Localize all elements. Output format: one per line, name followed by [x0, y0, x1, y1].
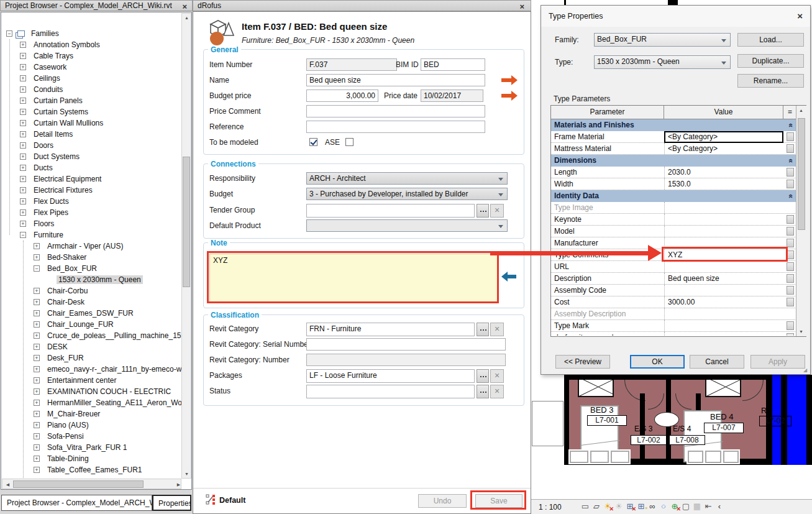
expand-icon[interactable]: +	[34, 467, 40, 473]
revit-category-input[interactable]: FRN - Furniture	[306, 323, 475, 336]
ase-checkbox[interactable]	[345, 138, 354, 146]
preview-button[interactable]: << Preview	[555, 355, 610, 369]
close-icon[interactable]: ×	[519, 1, 524, 12]
undo-button[interactable]: Undo	[418, 494, 467, 508]
room-tag[interactable]: L7-002	[631, 435, 667, 445]
tree-item-label[interactable]: Sofa-Pensi	[47, 432, 84, 441]
tree-item[interactable]: −Families	[2, 28, 181, 39]
tree-item-label[interactable]: Chair_Lounge_FUR	[47, 320, 114, 329]
tree-item[interactable]: +Ceilings	[2, 73, 181, 84]
expand-icon[interactable]: +	[20, 86, 26, 93]
parameter-value[interactable]: Bed queen size	[664, 273, 783, 284]
tree-item[interactable]: +Flex Pipes	[2, 207, 181, 218]
expand-icon[interactable]: +	[20, 142, 26, 149]
price-comment-input[interactable]	[306, 105, 485, 117]
parameter-value[interactable]	[664, 202, 783, 213]
expand-icon[interactable]: +	[34, 366, 40, 372]
browse-button[interactable]	[477, 385, 489, 398]
load-button[interactable]: Load...	[737, 33, 804, 47]
tree-item[interactable]: +M_Chair-Breuer	[2, 408, 181, 420]
tree-item-label[interactable]: Families	[31, 29, 59, 38]
associate-parameter-button[interactable]	[787, 321, 794, 330]
parameter-value[interactable]	[664, 320, 783, 331]
tree-item[interactable]: +Table_Dining Round w Chairs_FUR1	[2, 475, 181, 478]
cancel-button[interactable]: Cancel	[690, 355, 744, 369]
tree-item-label[interactable]: Sofa_Vitra_Park_FUR 1	[47, 443, 127, 452]
browse-button[interactable]	[477, 323, 489, 336]
floor-plan[interactable]: RISE L7-02 BED 3 L7-001 E/S 3 L7-002 E/S…	[531, 375, 812, 499]
tree-item[interactable]: +Floors	[2, 218, 181, 229]
tree-item-label[interactable]: Cruce_de_poleas__Pulling_machine_15500	[47, 331, 181, 340]
tree-item[interactable]: +Sofa_Vitra_Park_FUR 1	[2, 442, 181, 453]
scale-label[interactable]: 1 : 100	[539, 503, 562, 512]
associate-parameter-button[interactable]	[787, 333, 794, 336]
dialog-titlebar[interactable]: Type Properties ×	[541, 6, 810, 27]
parameter-value[interactable]	[664, 214, 783, 225]
expand-icon[interactable]: +	[20, 221, 26, 227]
parameter-group-header[interactable]: Dimensions«	[551, 155, 796, 167]
tree-item-label[interactable]: Doors	[34, 141, 53, 150]
expand-icon[interactable]: +	[20, 165, 26, 171]
tree-item[interactable]: +Piano (AUS)	[2, 420, 181, 431]
tree-item-label[interactable]: Duct Systems	[34, 152, 80, 161]
tab-properties[interactable]: Properties	[152, 495, 191, 511]
clear-icon[interactable]: ×	[490, 369, 504, 383]
expand-icon[interactable]: +	[20, 187, 26, 193]
project-browser-titlebar[interactable]: Project Browser - Complex_Model_ARCH_Wik…	[0, 0, 193, 11]
chevron-left-icon[interactable]: ‹	[714, 502, 725, 511]
expand-icon[interactable]: +	[20, 109, 26, 115]
shadows-icon[interactable]: ☀	[613, 502, 624, 511]
parameter-value[interactable]	[664, 285, 783, 296]
detail-level-icon[interactable]: ▭	[580, 502, 591, 511]
responsibility-select[interactable]: ARCH - Architect	[306, 172, 508, 185]
parameter-row[interactable]: Keynote	[551, 214, 796, 226]
tree-item[interactable]: +Armchair - Viper (AUS)	[2, 241, 181, 252]
tree-item[interactable]: +Table-Dining	[2, 453, 181, 464]
tree-item[interactable]: +Electrical Fixtures	[2, 185, 181, 196]
tree-item[interactable]: −Bed_Box_FUR	[2, 263, 181, 274]
parameter-value[interactable]: 2030.0	[664, 167, 783, 178]
tree-item[interactable]: +Curtain Panels	[2, 95, 181, 106]
expand-icon[interactable]: +	[34, 299, 40, 305]
expand-icon[interactable]: +	[34, 310, 40, 316]
tender-group-input[interactable]	[306, 204, 475, 218]
associate-parameter-button[interactable]	[787, 215, 794, 224]
tree-item[interactable]: +Annotation Symbols	[2, 39, 181, 50]
associate-parameter-button[interactable]	[787, 180, 794, 188]
expand-icon[interactable]: +	[34, 243, 40, 249]
collapse-icon[interactable]: −	[6, 30, 12, 37]
reveal-hidden-icon[interactable]: ∞	[647, 502, 658, 511]
tree-item-label[interactable]: Detail Items	[34, 130, 73, 139]
expand-icon[interactable]: +	[34, 344, 40, 350]
tree-item[interactable]: +Duct Systems	[2, 151, 181, 162]
room-tag[interactable]: L7-008	[669, 435, 705, 445]
tree-item[interactable]: +Chair_Lounge_FUR	[2, 319, 181, 330]
expand-icon[interactable]: +	[34, 456, 40, 462]
tree-item-label[interactable]: M_Chair-Breuer	[47, 410, 100, 418]
tree-item[interactable]: +Bed-Shaker	[2, 252, 181, 263]
close-icon[interactable]: ×	[797, 11, 803, 21]
tree-item[interactable]: +Curtain Wall Mullions	[2, 117, 181, 129]
room-name[interactable]: E/S 3	[634, 425, 652, 433]
expand-icon[interactable]: +	[20, 176, 26, 182]
clear-icon[interactable]: ×	[490, 385, 504, 398]
budget-price-input[interactable]: 3,000.00	[306, 89, 378, 102]
parameter-row[interactable]: Length2030.0	[551, 167, 796, 178]
scrollbar-thumb[interactable]	[183, 157, 190, 287]
constraints-icon[interactable]: ▢	[680, 502, 691, 511]
parameter-row[interactable]: Model	[551, 226, 796, 237]
scroll-down-icon[interactable]: ▼	[182, 472, 191, 476]
packages-input[interactable]: LF - Loose Furniture	[306, 369, 475, 383]
tree-item[interactable]: +Ducts	[2, 162, 181, 173]
tree-horizontal-scrollbar[interactable]: ◀ ▶	[2, 479, 181, 489]
ok-button[interactable]: OK	[630, 355, 685, 369]
browse-button[interactable]	[477, 204, 489, 218]
parameter-row[interactable]: Width1530.0	[551, 178, 796, 190]
parameter-row[interactable]: Mattress Material<By Category>	[551, 143, 796, 155]
scroll-right-icon[interactable]: ▶	[174, 482, 183, 487]
tab-project-browser[interactable]: Project Browser - Complex_Model_ARCH_Wi.…	[1, 495, 152, 511]
parameter-value[interactable]	[664, 332, 783, 336]
tree-item[interactable]: −Furniture	[2, 229, 181, 241]
scroll-up-icon[interactable]: ▲	[796, 108, 806, 112]
tree-item-label[interactable]: Casework	[34, 63, 66, 71]
